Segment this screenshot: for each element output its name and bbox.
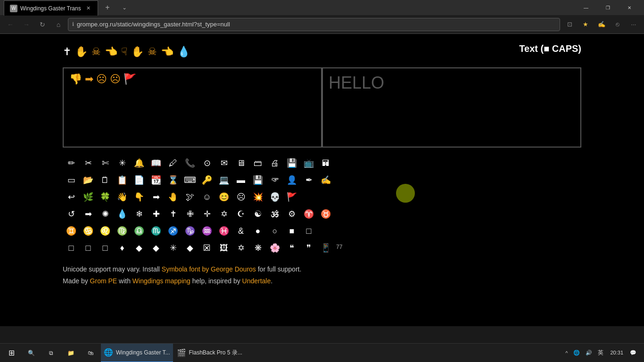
sym-skull2[interactable]: ☠ [148, 46, 157, 58]
tray-lang[interactable]: 英 [596, 349, 605, 357]
sym-cross4[interactable]: ✳ [165, 240, 182, 256]
tab-overflow-button[interactable]: ⌄ [117, 0, 132, 15]
taskbar-browser[interactable]: 🌐 Wingdings Gaster T... [101, 344, 173, 362]
sym-phone[interactable]: 📞 [182, 155, 198, 171]
sym-crescent[interactable]: ☪ [232, 206, 249, 222]
sym-plus2[interactable]: ✝ [165, 206, 182, 222]
sym-trident[interactable]: ✳ [114, 155, 131, 171]
sym-phone2[interactable]: 📱 [317, 240, 334, 256]
sym-om[interactable]: 🕉 [266, 206, 283, 222]
sym-happy[interactable]: 😊 [215, 189, 232, 205]
sym-clover[interactable]: 🍀 [97, 189, 114, 205]
taskbar-flashback[interactable]: 🎬 FlashBack Pro 5 录... [174, 344, 245, 362]
undertale-link[interactable]: Undertale [242, 277, 271, 285]
sym-diamond4[interactable]: ◆ [182, 240, 198, 256]
sym-sagittarius[interactable]: ♐ [165, 223, 182, 239]
sym-asterisk[interactable]: ✺ [97, 206, 114, 222]
sym-flag[interactable]: 🚩 [283, 189, 300, 205]
sym-cycle[interactable]: ↺ [63, 206, 80, 222]
sym-circle[interactable]: ⊙ [198, 155, 215, 171]
sym-star6[interactable]: ✡ [232, 240, 249, 256]
sym-swipe[interactable]: ✍ [317, 172, 334, 188]
taskbar-file-explorer[interactable]: 📁 [61, 344, 80, 362]
taskbar-search[interactable]: 🔍 [22, 344, 41, 362]
close-button[interactable]: ✕ [619, 0, 640, 15]
sym-square2[interactable]: □ [300, 223, 317, 239]
sym-rect[interactable]: ▭ [63, 172, 80, 188]
sym-x-box[interactable]: 🗵 [198, 240, 215, 256]
sym-leo[interactable]: ♌ [97, 223, 114, 239]
sym-square1[interactable]: ■ [283, 223, 300, 239]
sym-pencil[interactable]: ✏ [63, 155, 80, 171]
sym-taurus[interactable]: ♉ [317, 206, 334, 222]
sym-flower2[interactable]: 🌸 [266, 240, 283, 256]
sym-circle3[interactable]: ○ [266, 223, 283, 239]
sym-paper[interactable]: 📄 [131, 172, 148, 188]
sym-drop[interactable]: 💧 [177, 46, 190, 58]
sym-right2[interactable]: ➡ [80, 206, 97, 222]
sym-aries[interactable]: ♈ [300, 206, 317, 222]
sym-star-of-david[interactable]: ✡ [215, 206, 232, 222]
sym-snow[interactable]: ❄ [131, 206, 148, 222]
share-button[interactable]: ⎋ [611, 18, 624, 31]
sym-doc[interactable]: 🗒 [97, 172, 114, 188]
sym-close-quote[interactable]: ❞ [300, 240, 317, 256]
sym-drop2[interactable]: 💧 [114, 206, 131, 222]
sym-diamond1[interactable]: ♦ [114, 240, 131, 256]
sym-calendar[interactable]: 📆 [148, 172, 165, 188]
sym-folder[interactable]: 🗃 [249, 155, 266, 171]
sym-pointing[interactable]: 👇 [131, 189, 148, 205]
sym-scissors[interactable]: ✂ [80, 155, 97, 171]
sym-pisces[interactable]: ♓ [215, 223, 232, 239]
home-button[interactable]: ⌂ [52, 18, 65, 31]
sym-skull[interactable]: 💀 [266, 189, 283, 205]
sym-laptop[interactable]: 💻 [215, 172, 232, 188]
symbola-link[interactable]: Symbola font by George Douros [162, 265, 256, 273]
tray-chevron[interactable]: ^ [563, 344, 570, 362]
sym-leaf[interactable]: 🌿 [80, 189, 97, 205]
reading-mode-button[interactable]: ⊡ [563, 18, 576, 31]
share-icon[interactable]: ✍ [595, 18, 608, 31]
sym-fingerpoint[interactable]: 👋 [114, 189, 131, 205]
sym-sq3[interactable]: □ [97, 240, 114, 256]
sym-monitor[interactable]: 🖥 [232, 155, 249, 171]
sym-diamond2[interactable]: ◆ [131, 240, 148, 256]
sym-bell[interactable]: 🔔 [131, 155, 148, 171]
sym-scorpio[interactable]: ♏ [148, 223, 165, 239]
sym-hourglass[interactable]: ⌛ [165, 172, 182, 188]
tray-volume[interactable]: 🔊 [584, 344, 594, 362]
sym-folder2[interactable]: 📂 [80, 172, 97, 188]
sym-bar[interactable]: ▬ [232, 172, 249, 188]
sym-sq2[interactable]: □ [80, 240, 97, 256]
sym-floppy2[interactable]: 💾 [249, 172, 266, 188]
sym-ampersand[interactable]: & [232, 223, 249, 239]
sym-image[interactable]: 🖼 [215, 240, 232, 256]
sym-key[interactable]: 🔑 [198, 172, 215, 188]
sym-mail[interactable]: ✉ [215, 155, 232, 171]
tray-network[interactable]: 🌐 [571, 344, 582, 362]
more-button[interactable]: ··· [627, 18, 640, 31]
sym-dove[interactable]: 🕊 [182, 189, 198, 205]
sym-raise[interactable]: 🤚 [165, 189, 182, 205]
sym-tv[interactable]: 📺 [300, 155, 317, 171]
sym-finger2[interactable]: 👈 [161, 46, 173, 58]
sym-libra[interactable]: ♎ [131, 223, 148, 239]
sym-book[interactable]: 📖 [148, 155, 165, 171]
back-button[interactable]: ← [4, 18, 17, 31]
sym-cancer[interactable]: ♋ [80, 223, 97, 239]
sym-drive[interactable]: 🖬 [317, 155, 334, 171]
sym-hand1[interactable]: ✋ [75, 46, 88, 58]
sym-hand2[interactable]: ✋ [131, 46, 144, 58]
sym-circle2[interactable]: ● [249, 223, 266, 239]
sym-flower[interactable]: ❋ [249, 240, 266, 256]
tray-clock[interactable]: 20:31 [607, 349, 626, 356]
sym-plus1[interactable]: ✚ [148, 206, 165, 222]
input-box[interactable]: HELLO [322, 67, 581, 148]
sym-smile[interactable]: ☺ [198, 189, 215, 205]
wingdings-link[interactable]: Wingdings mapping [132, 277, 190, 285]
notification-button[interactable]: 💬 [628, 344, 638, 362]
grom-link[interactable]: Grom PE [90, 277, 117, 285]
tab-close-button[interactable]: ✕ [84, 5, 92, 12]
sym-pen[interactable]: 🖊 [165, 155, 182, 171]
sym-save[interactable]: 🖙 [266, 172, 283, 188]
